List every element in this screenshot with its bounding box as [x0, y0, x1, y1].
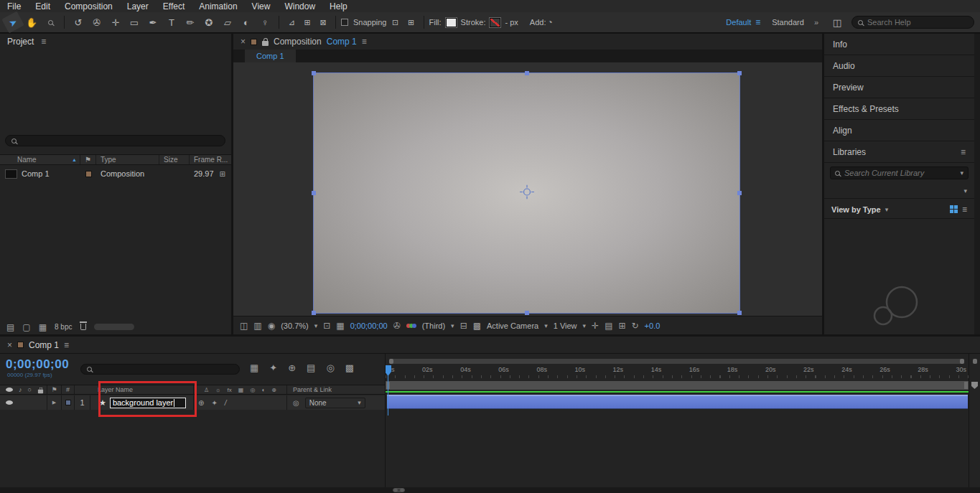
- effect-switch-icon[interactable]: ◎: [250, 387, 255, 393]
- axis-mode-local-icon[interactable]: ⊿: [284, 14, 299, 30]
- puppet-pin-tool-icon[interactable]: ♀: [256, 14, 274, 30]
- column-name[interactable]: Name ▲: [0, 155, 80, 164]
- menu-edit[interactable]: Edit: [28, 1, 57, 11]
- library-search[interactable]: ▾: [830, 166, 969, 179]
- quality-switch-icon[interactable]: ▦: [238, 387, 244, 393]
- pen-tool-icon[interactable]: ✒: [144, 14, 162, 30]
- number-column-header[interactable]: #: [66, 386, 70, 393]
- project-search-input[interactable]: [17, 136, 219, 145]
- library-selector-dropdown[interactable]: ▾: [824, 183, 974, 199]
- timeline-tab-comp1[interactable]: Comp 1: [29, 340, 59, 350]
- workspace-menu-icon[interactable]: ≡: [752, 17, 763, 27]
- time-navigator-bar[interactable]: [389, 359, 964, 364]
- column-label[interactable]: ⚑: [80, 155, 96, 164]
- workspace-default[interactable]: Default: [726, 18, 751, 27]
- layer-quality-switch-icon[interactable]: /: [225, 399, 227, 407]
- parent-pick-whip-icon[interactable]: ◎: [293, 399, 299, 407]
- composition-tab-comp-name[interactable]: Comp 1: [327, 37, 357, 47]
- grid-options-icon[interactable]: ⊡: [323, 321, 330, 331]
- viewer-tab-comp1[interactable]: Comp 1: [245, 50, 296, 62]
- layer-duration-bar[interactable]: [387, 395, 968, 409]
- selection-handle-nw[interactable]: [312, 71, 316, 75]
- layer-visibility-eye-icon[interactable]: [6, 400, 13, 405]
- anchor-point-icon[interactable]: [520, 185, 534, 202]
- zoom-tool-icon[interactable]: [42, 14, 59, 30]
- timeline-horizontal-scrollbar[interactable]: [0, 487, 980, 493]
- selection-handle-w[interactable]: [312, 191, 316, 195]
- always-preview-icon[interactable]: ◫: [240, 321, 248, 331]
- chevron-down-icon[interactable]: ▾: [314, 322, 318, 329]
- selection-handle-ne[interactable]: [737, 71, 742, 75]
- eraser-tool-icon[interactable]: ▱: [219, 14, 236, 30]
- view-by-type-label[interactable]: View by Type: [831, 205, 881, 214]
- layer-label-chip[interactable]: [65, 400, 71, 405]
- grid-view-icon[interactable]: [950, 205, 958, 213]
- close-icon[interactable]: ×: [241, 37, 246, 47]
- view-layout-setting[interactable]: 1 View: [554, 321, 577, 330]
- panel-tab-audio[interactable]: Audio: [824, 55, 974, 77]
- menu-animation[interactable]: Animation: [192, 1, 244, 11]
- 3d-switch-icon[interactable]: ⊕: [271, 387, 276, 393]
- workspace-overflow-chevrons[interactable]: »: [814, 18, 818, 27]
- selection-handle-sw[interactable]: [312, 311, 316, 315]
- panel-menu-icon[interactable]: ≡: [362, 37, 367, 47]
- column-type[interactable]: Type: [96, 155, 159, 164]
- interpret-footage-icon[interactable]: ▤: [6, 322, 14, 332]
- composition-mini-flowchart-icon[interactable]: ▦: [250, 362, 258, 373]
- project-search[interactable]: [5, 135, 225, 146]
- timeline-comp-button-icon[interactable]: ⊞: [618, 321, 625, 331]
- type-tool-icon[interactable]: T: [163, 14, 180, 30]
- panel-menu-icon[interactable]: ≡: [64, 340, 69, 350]
- solo-column-icon[interactable]: ○: [28, 386, 32, 393]
- time-ruler[interactable]: 0s 02s 04s 06s 08s 10s 12s 14s 16s 18s 2…: [386, 366, 969, 375]
- composition-canvas[interactable]: [314, 73, 739, 313]
- panel-tab-align[interactable]: Align: [824, 120, 974, 141]
- pixel-aspect-correction-icon[interactable]: ✛: [592, 321, 599, 331]
- main-viewer-icon[interactable]: ▥: [253, 321, 261, 331]
- axis-mode-world-icon[interactable]: ⊞: [300, 14, 314, 30]
- help-search[interactable]: [851, 16, 974, 29]
- layer-effect-switch-icon[interactable]: ✦: [211, 399, 217, 407]
- mask-visibility-icon[interactable]: ▦: [336, 321, 344, 331]
- selection-handle-s[interactable]: [525, 311, 529, 315]
- close-icon[interactable]: ×: [7, 340, 12, 350]
- fx-switch-icon[interactable]: fx: [228, 387, 232, 393]
- draft-3d-toggle-icon[interactable]: ✦: [269, 362, 277, 373]
- fast-previews-icon[interactable]: ▤: [605, 321, 612, 331]
- menu-layer[interactable]: Layer: [120, 1, 156, 11]
- selection-handle-n[interactable]: [525, 71, 529, 75]
- shy-switch-icon[interactable]: ♙: [204, 387, 209, 393]
- menu-effect[interactable]: Effect: [156, 1, 192, 11]
- hand-tool-icon[interactable]: ✋: [23, 14, 40, 30]
- help-search-input[interactable]: [867, 18, 968, 27]
- menu-window[interactable]: Window: [277, 1, 322, 11]
- snap-option-2-icon[interactable]: ⊞: [404, 14, 419, 30]
- column-size[interactable]: Size: [159, 155, 190, 164]
- new-composition-icon[interactable]: ▦: [39, 322, 47, 332]
- transparency-grid-icon[interactable]: ▩: [473, 321, 481, 331]
- marker-well-icon[interactable]: [971, 382, 978, 389]
- panel-tab-effects-presets[interactable]: Effects & Presets: [824, 98, 974, 120]
- library-search-input[interactable]: [844, 169, 956, 177]
- axis-mode-view-icon[interactable]: ⊠: [316, 14, 330, 30]
- menu-composition[interactable]: Composition: [57, 1, 120, 11]
- snap-option-1-icon[interactable]: ⊡: [388, 14, 403, 30]
- hide-shy-layers-icon[interactable]: ⊕: [288, 362, 296, 373]
- list-view-icon[interactable]: ≡: [962, 205, 967, 215]
- work-area-bar[interactable]: [386, 381, 969, 390]
- lock-column-icon[interactable]: [38, 389, 43, 393]
- chevron-down-icon[interactable]: ▾: [544, 322, 548, 329]
- column-frame-rate[interactable]: Frame R...: [190, 155, 231, 164]
- channel-settings-icon[interactable]: [406, 324, 416, 328]
- lock-icon[interactable]: [262, 41, 269, 46]
- layer-name-edit-field[interactable]: background layer: [110, 398, 186, 408]
- panel-tab-info[interactable]: Info: [824, 34, 974, 55]
- collapse-switch-icon[interactable]: ☼: [215, 387, 220, 393]
- workspace-bar-icon[interactable]: ◫: [829, 14, 846, 30]
- chevron-down-icon[interactable]: ▾: [885, 206, 889, 213]
- camera-tool-icon[interactable]: ✇: [88, 14, 106, 30]
- project-bit-depth[interactable]: 8 bpc: [55, 323, 72, 331]
- motion-blur-icon[interactable]: ◎: [326, 362, 334, 373]
- workspace-standard[interactable]: Standard: [772, 18, 804, 27]
- menu-view[interactable]: View: [245, 1, 278, 11]
